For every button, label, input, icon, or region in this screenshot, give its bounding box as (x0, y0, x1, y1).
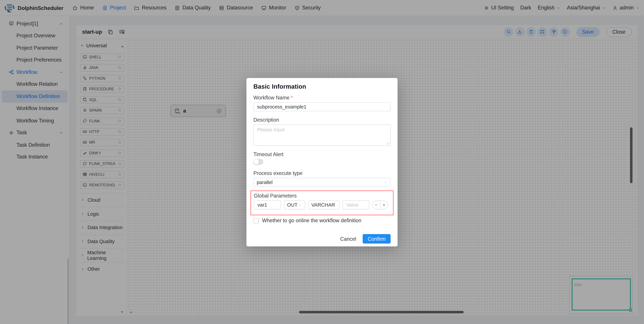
input-value: subprocess_example1 (257, 104, 306, 110)
param-key-input[interactable]: var1 (254, 200, 281, 210)
go-online-field: Whether to go online the workflow defini… (253, 218, 390, 224)
go-online-label: Whether to go online the workflow defini… (262, 218, 361, 224)
param-direction-select[interactable]: OUT (284, 200, 305, 210)
timeout-alert-field: Timeout Alert (253, 152, 390, 165)
select-value: VARCHAR (312, 202, 335, 208)
description-field: Description Please Input (253, 117, 390, 146)
confirm-button[interactable]: Confirm (363, 234, 390, 244)
input-placeholder: Value (346, 202, 358, 208)
go-online-checkbox[interactable] (253, 218, 259, 223)
resize-handle-icon[interactable] (386, 141, 390, 145)
timeout-alert-label: Timeout Alert (253, 152, 390, 157)
plus-icon (382, 203, 386, 207)
label-text: Workflow Name (253, 95, 290, 100)
add-param-button[interactable] (380, 201, 388, 209)
app-root: DolphinScheduler Home Project Resources … (0, 0, 644, 324)
chevron-down-icon (384, 180, 387, 184)
toggle-knob (253, 159, 259, 165)
execute-type-select[interactable]: parallel (253, 178, 390, 187)
param-type-select[interactable]: VARCHAR (308, 200, 340, 210)
required-mark: * (291, 95, 293, 100)
execute-type-label: Process execute type (253, 170, 390, 176)
modal-title: Basic Information (253, 83, 390, 90)
timeout-alert-toggle[interactable] (253, 159, 263, 165)
remove-param-button[interactable] (372, 201, 380, 209)
select-value: parallel (257, 180, 272, 185)
basic-information-modal: Basic Information Workflow Name* subproc… (246, 78, 398, 246)
description-label: Description (253, 117, 390, 123)
global-parameter-row: var1 OUT VARCHAR Value (254, 200, 390, 210)
select-value: OUT (287, 202, 298, 208)
workflow-name-label: Workflow Name* (253, 95, 390, 100)
chevron-down-icon (298, 203, 302, 207)
chevron-down-icon (335, 203, 336, 207)
description-textarea[interactable]: Please Input (253, 124, 390, 146)
workflow-name-input[interactable]: subprocess_example1 (253, 102, 390, 111)
param-value-input[interactable]: Value (342, 200, 369, 210)
minus-icon (374, 203, 378, 207)
global-parameters-label: Global Parameters (254, 193, 390, 199)
workflow-name-field: Workflow Name* subprocess_example1 (253, 95, 390, 111)
cancel-button[interactable]: Cancel (340, 236, 356, 242)
modal-footer: Cancel Confirm (253, 234, 390, 244)
global-parameters-highlight-box: Global Parameters var1 OUT VARCHAR Value (250, 190, 394, 215)
param-row-stepper (372, 200, 388, 210)
textarea-placeholder: Please Input (257, 127, 284, 132)
input-value: var1 (258, 202, 267, 208)
execute-type-field: Process execute type parallel (253, 170, 390, 187)
